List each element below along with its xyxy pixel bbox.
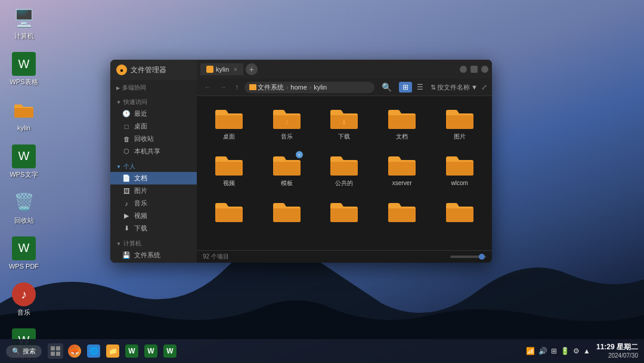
tab-close-btn[interactable]: × (234, 66, 237, 73)
svg-rect-3 (56, 346, 60, 350)
svg-rect-4 (51, 352, 55, 356)
desktop-icon-wps-pdf[interactable]: W WPS PDF (6, 236, 42, 270)
desktop-icon-computer[interactable]: 🖥️ 计算机 (6, 6, 42, 40)
music-label: 音乐 (17, 309, 30, 316)
view-buttons: ⊞ ☰ (399, 82, 427, 93)
grid-view-btn[interactable]: ⊞ (399, 82, 412, 93)
section-title-computer[interactable]: ▼ 计算机 (110, 237, 197, 249)
file-item-pictures[interactable]: 图片 (433, 102, 486, 144)
file-item-documents[interactable]: 文档 (376, 102, 429, 144)
desktop-icon-kylin[interactable]: kylin (6, 98, 42, 132)
clock: 11:29 星期二 2024/07/30 (596, 343, 638, 360)
file-item-template[interactable]: + 模板 (261, 149, 314, 190)
file-item-xserver[interactable]: xserver (376, 149, 429, 190)
sidebar-item-desktop[interactable]: □ 桌面 (110, 120, 197, 133)
sidebar-item-music-side[interactable]: ♪ 音乐 (110, 197, 197, 210)
up-btn[interactable]: ↑ (233, 82, 241, 93)
desktop-icon-recycle[interactable]: 🗑️ 回收站 (6, 190, 42, 224)
bc-item-home[interactable]: home (290, 84, 307, 91)
folder-icon-music: ♪ (272, 106, 302, 131)
sidebar-item-downloads[interactable]: ⬇ 下载 (110, 222, 197, 235)
minimize-btn[interactable]: — (460, 66, 467, 73)
file-item-desktop[interactable]: 桌面 (203, 102, 256, 144)
desktop-icon-wps-table[interactable]: W WPS表格 (6, 52, 42, 86)
file-item-extra2[interactable] (261, 195, 314, 230)
taskbar-icon-wps3[interactable]: W (162, 343, 178, 359)
file-item-video[interactable]: 视频 (203, 149, 256, 190)
settings-icon[interactable]: ⚙ (573, 347, 580, 355)
tab-add-btn[interactable]: + (246, 63, 258, 75)
sort-btn[interactable]: ⇅ 按文件名称 ▼ (431, 83, 478, 92)
taskbar-search[interactable]: 🔍 搜索 (6, 345, 42, 358)
folder-icon-xserver (387, 152, 417, 177)
wifi-icon[interactable]: 📶 (526, 347, 535, 355)
taskbar-icon-store[interactable]: 🌐 (86, 343, 101, 359)
file-name-music: 音乐 (281, 133, 293, 140)
arrow-icon: ▶ (116, 85, 120, 91)
sidebar-item-share[interactable]: ⬡ 本机共享 (110, 145, 197, 158)
tab-kylin[interactable]: kylin × (200, 63, 243, 75)
search-btn[interactable]: 🔍 (378, 81, 395, 93)
file-item-extra1[interactable] (203, 195, 256, 230)
list-view-btn[interactable]: ☰ (413, 82, 427, 93)
sidebar-item-video[interactable]: ▶ 视频 (110, 210, 197, 222)
maximize-btn[interactable]: □ (470, 66, 478, 73)
taskbar-icon-browser[interactable]: 🦊 (67, 343, 82, 359)
toolbar: ← → ↑ 文件系统 › home › kylin 🔍 ⊞ ☰ (197, 79, 492, 96)
file-item-public[interactable]: 公共的 (318, 149, 371, 190)
forward-btn[interactable]: → (217, 82, 229, 93)
bc-sep-1: › (286, 84, 288, 91)
desktop-icon-side: □ (122, 123, 131, 130)
documents-icon: 📄 (122, 174, 131, 182)
desktop-icon-music[interactable]: ♪ 音乐 (6, 282, 42, 316)
file-item-music[interactable]: ♪ 音乐 (261, 102, 314, 144)
arrow-icon-computer: ▼ (116, 241, 121, 247)
sidebar-item-recent[interactable]: 🕐 最近 (110, 107, 197, 120)
taskbar-icon-filemanager[interactable]: 📁 (105, 343, 120, 359)
taskbar-icon-wps2[interactable]: W (143, 343, 159, 359)
video-icon: ▶ (122, 212, 131, 220)
kylin-folder-icon (12, 98, 36, 122)
desktop-icon-wps-text[interactable]: W WPS文字 (6, 144, 42, 179)
sidebar-item-trash[interactable]: 🗑 回收站 (110, 133, 197, 145)
file-item-extra4[interactable] (376, 195, 429, 230)
wps-table-label: WPS表格 (10, 78, 38, 86)
filesystem-icon: 💾 (122, 251, 131, 259)
bc-item-fs[interactable]: 文件系统 (249, 83, 284, 92)
recycle-icon: 🗑️ (12, 190, 36, 214)
back-btn[interactable]: ← (202, 82, 213, 93)
bc-item-kylin[interactable]: kylin (314, 84, 327, 91)
taskbar-icon-files[interactable] (48, 343, 63, 359)
file-item-wlcom[interactable]: wlcom (433, 149, 486, 190)
recent-icon: 🕐 (122, 110, 131, 118)
downloads-icon: ⬇ (122, 224, 131, 232)
svg-text:♪: ♪ (284, 117, 289, 127)
sort-icon: ⇅ (431, 84, 436, 91)
pictures-icon: 🖼 (122, 187, 131, 195)
sidebar-item-filesystem[interactable]: 💾 文件系统 (110, 249, 197, 262)
taskbar-icon-wps1[interactable]: W (124, 343, 140, 359)
sidebar-item-documents[interactable]: 📄 文档 (110, 172, 197, 184)
volume-icon[interactable]: 🔊 (538, 347, 547, 355)
computer-label: 计算机 (14, 32, 34, 40)
sys-icons: 📶 🔊 ⊞ 🔋 ⚙ ▲ (526, 347, 590, 355)
bc-sep-2: › (309, 84, 311, 91)
battery-icon[interactable]: 🔋 (561, 347, 569, 355)
status-bar: 92 个项目 (197, 250, 492, 263)
breadcrumb[interactable]: 文件系统 › home › kylin (244, 82, 374, 93)
file-item-downloads[interactable]: ⬇ 下载 (318, 102, 371, 144)
section-title-personal[interactable]: ▼ 个人 (110, 160, 197, 172)
slider-thumb (479, 254, 485, 260)
file-item-extra3[interactable] (318, 195, 371, 230)
up-arrow-icon[interactable]: ▲ (583, 347, 590, 355)
zoom-slider[interactable] (450, 256, 486, 258)
sidebar-item-pictures[interactable]: 🖼 图片 (110, 184, 197, 197)
wps-pdf-icon: W (12, 236, 36, 260)
section-title-multi[interactable]: ▶ 多端协同 (110, 81, 197, 93)
folder-icon-video (214, 152, 244, 177)
file-item-extra5[interactable] (433, 195, 486, 230)
grid-icon[interactable]: ⊞ (551, 347, 557, 355)
expand-btn[interactable]: ⤢ (481, 83, 487, 91)
close-btn[interactable]: × (481, 66, 488, 73)
section-title-quick[interactable]: ▼ 快速访问 (110, 96, 197, 107)
